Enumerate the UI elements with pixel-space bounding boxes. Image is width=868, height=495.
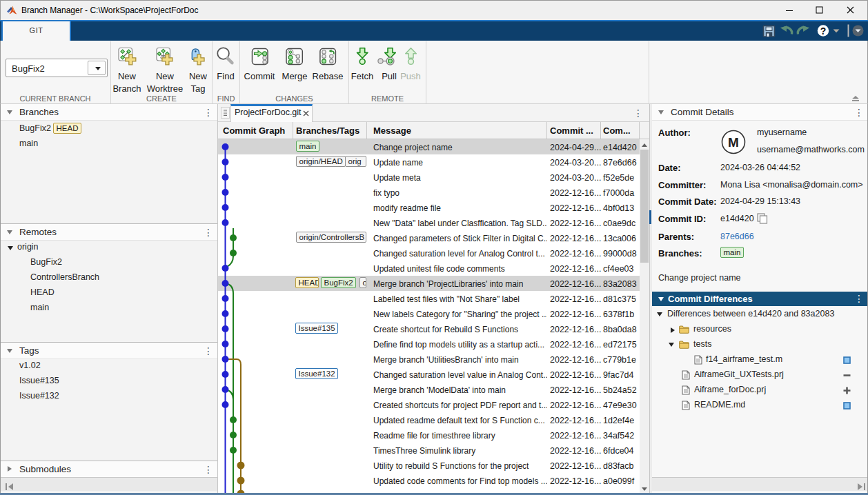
svg-text:M: M <box>728 135 739 150</box>
